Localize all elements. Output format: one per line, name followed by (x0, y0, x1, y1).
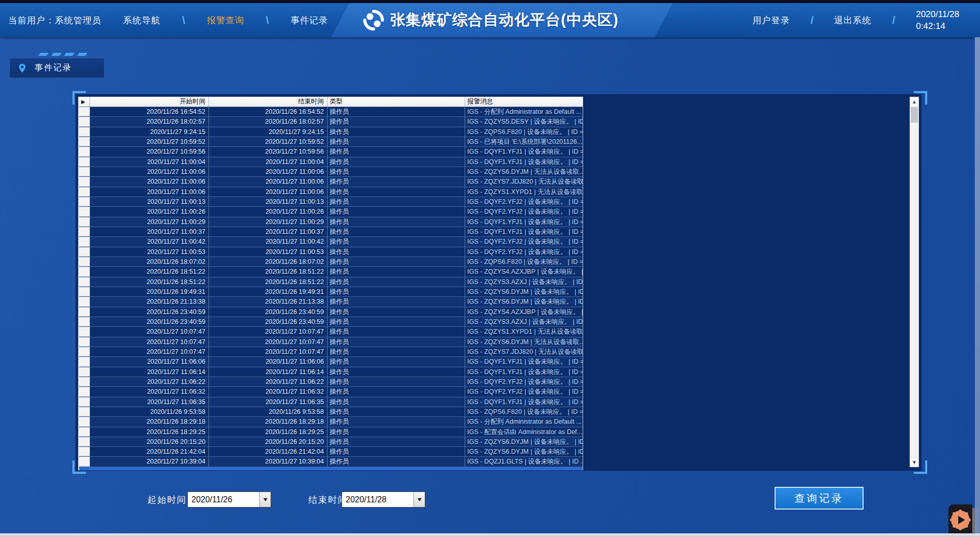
row-selector-cell[interactable] (79, 247, 90, 257)
row-selector-cell[interactable] (79, 377, 90, 386)
scrollbar-up-arrow-icon[interactable]: ▲ (910, 97, 918, 107)
tab-event-record[interactable]: 事件记录 (9, 58, 105, 78)
row-selector-cell[interactable] (79, 187, 90, 197)
table-row[interactable]: 2020/11/26 23:40:59 2020/11/26 23:40:59 … (79, 307, 583, 317)
row-selector-cell[interactable] (79, 197, 90, 206)
table-row[interactable]: 2020/11/27 10:39:04 2020/11/27 10:39:04 … (79, 457, 583, 467)
row-selector-cell[interactable] (79, 127, 90, 137)
table-row[interactable]: 2020/11/26 18:51:22 2020/11/26 18:51:22 … (79, 277, 583, 287)
row-selector-cell[interactable] (79, 117, 90, 126)
table-row[interactable]: 2020/11/27 11:00:42 2020/11/27 11:00:42 … (79, 237, 583, 247)
screen-recorder-widget[interactable] (948, 504, 972, 537)
row-selector-cell[interactable] (79, 257, 90, 266)
row-selector-cell[interactable] (79, 297, 90, 306)
table-row[interactable]: 2020/11/26 18:51:22 2020/11/26 18:51:22 … (79, 267, 583, 277)
row-selector-cell[interactable] (79, 157, 90, 167)
table-row[interactable]: 2020/11/27 11:00:13 2020/11/27 11:00:13 … (79, 197, 583, 207)
table-row[interactable]: 2020/11/26 21:13:38 2020/11/26 21:13:38 … (79, 297, 583, 307)
table-vertical-scrollbar[interactable]: ▲ ▼ (910, 97, 919, 467)
table-row[interactable]: 2020/11/27 9:24:15 2020/11/27 9:24:15 操作… (79, 127, 583, 137)
row-selector-cell[interactable] (79, 227, 90, 236)
row-selector-cell[interactable] (79, 277, 90, 287)
nav-item-user-login[interactable]: 用户登录 (752, 14, 790, 26)
table-row[interactable]: 2020/11/27 11:00:04 2020/11/27 11:00:04 … (79, 157, 583, 167)
table-row[interactable]: 2020/11/27 11:00:53 2020/11/27 11:00:53 … (79, 247, 583, 257)
row-selector-cell[interactable] (79, 417, 90, 426)
scrollbar-thumb[interactable] (911, 107, 918, 123)
row-selector-cell[interactable] (79, 107, 90, 116)
cell-type: 操作员 (328, 417, 465, 426)
row-selector-cell[interactable] (79, 447, 90, 456)
table-row[interactable]: 2020/11/27 11:00:37 2020/11/27 11:00:37 … (79, 227, 583, 237)
column-header-alarm-message[interactable]: 报警消息 (465, 97, 583, 107)
table-row[interactable]: 2020/11/26 18:29:18 2020/11/26 18:29:18 … (79, 417, 583, 427)
row-selector-cell[interactable] (79, 407, 90, 416)
row-selector-cell[interactable] (79, 357, 90, 366)
cell-alarm-message: IGS - DQYF1.YFJ1 | 设备未响应。 | ID =... (465, 157, 583, 167)
table-row[interactable]: 2020/11/26 18:02:57 2020/11/26 18:02:57 … (79, 117, 583, 127)
row-selector-cell[interactable] (79, 237, 90, 246)
column-header-start-time[interactable]: 开始时间 (90, 97, 209, 107)
row-selector-cell[interactable] (79, 177, 90, 186)
table-row[interactable]: 2020/11/26 9:53:58 2020/11/26 9:53:58 操作… (79, 407, 583, 417)
row-selector-cell[interactable] (79, 287, 90, 296)
column-header-end-time[interactable]: 结束时间 (209, 97, 328, 107)
start-date-value: 2020/11/26 (188, 492, 259, 507)
table-row[interactable]: 2020/11/27 11:06:06 2020/11/27 11:06:06 … (79, 357, 583, 367)
table-row[interactable]: 2020/11/27 11:00:26 2020/11/27 11:00:26 … (79, 207, 583, 217)
table-row[interactable]: 2020/11/27 10:07:47 2020/11/27 10:07:47 … (79, 337, 583, 347)
row-selector-cell[interactable] (79, 337, 90, 347)
table-row[interactable]: 2020/11/27 10:59:52 2020/11/27 10:59:52 … (79, 137, 583, 147)
nav-item-event-record[interactable]: 事件记录 (291, 14, 328, 26)
table-row[interactable]: 2020/11/27 11:00:06 2020/11/27 11:00:06 … (79, 167, 583, 177)
cell-type: 操作员 (328, 327, 465, 336)
table-row[interactable]: 2020/11/27 11:00:06 2020/11/27 11:00:06 … (79, 177, 583, 187)
cell-start-time: 2020/11/27 11:06:06 (90, 357, 209, 366)
row-selector-cell[interactable] (79, 367, 90, 377)
row-selector-cell[interactable] (79, 397, 90, 407)
table-row[interactable]: 2020/11/26 21:42:04 2020/11/26 21:42:04 … (79, 447, 583, 457)
dropdown-arrow-icon[interactable] (259, 492, 271, 507)
column-header-type[interactable]: 类型 (328, 97, 465, 107)
cell-alarm-message: IGS - ZQZYS3.AZXJ | 设备未响应。 | ID ... (465, 317, 583, 326)
row-selector-cell[interactable] (79, 427, 90, 437)
cell-type: 操作员 (328, 427, 465, 437)
row-selector-cell[interactable] (79, 457, 90, 466)
row-selector-cell[interactable] (79, 317, 90, 326)
row-selector-cell[interactable] (79, 327, 90, 336)
row-selector-cell[interactable] (79, 217, 90, 227)
row-selector-cell[interactable] (79, 147, 90, 156)
dropdown-arrow-icon[interactable] (413, 492, 425, 507)
table-row[interactable]: 2020/11/27 10:07:47 2020/11/27 10:07:47 … (79, 327, 583, 337)
row-selector-cell[interactable] (79, 347, 90, 356)
table-row[interactable]: 2020/11/26 18:07:02 2020/11/26 18:07:02 … (79, 257, 583, 267)
table-row[interactable]: 2020/11/27 11:06:22 2020/11/27 11:06:22 … (79, 377, 583, 387)
start-date-select[interactable]: 2020/11/26 (187, 491, 271, 508)
row-selector-cell[interactable] (79, 307, 90, 317)
table-row[interactable]: 2020/11/26 18:29:25 2020/11/26 18:29:25 … (79, 427, 583, 437)
table-row[interactable]: 2020/11/27 11:00:06 2020/11/27 11:00:06 … (79, 187, 583, 197)
row-selector-cell[interactable] (79, 437, 90, 446)
table-row[interactable]: 2020/11/27 11:06:32 2020/11/27 11:06:32 … (79, 387, 583, 397)
table-row[interactable]: 2020/11/27 11:06:14 2020/11/27 11:06:14 … (79, 367, 583, 377)
row-selector-cell[interactable] (79, 137, 90, 146)
end-date-select[interactable]: 2020/11/28 (341, 491, 425, 508)
table-row[interactable]: 2020/11/26 19:49:31 2020/11/26 19:49:31 … (79, 287, 583, 297)
scrollbar-down-arrow-icon[interactable]: ▼ (910, 457, 918, 467)
row-selector-cell[interactable] (79, 387, 90, 396)
table-row[interactable]: 2020/11/26 16:54:52 2020/11/26 16:54:52 … (79, 107, 583, 117)
row-selector-cell[interactable] (79, 267, 90, 276)
table-row[interactable]: 2020/11/26 20:15:20 2020/11/26 20:15:20 … (79, 437, 583, 447)
table-row[interactable]: 2020/11/27 11:00:29 2020/11/27 11:00:29 … (79, 217, 583, 227)
nav-item-exit-system[interactable]: 退出系统 (834, 14, 871, 26)
cell-end-time: 2020/11/26 18:51:22 (209, 267, 328, 276)
table-row[interactable]: 2020/11/26 23:40:59 2020/11/26 23:40:59 … (79, 317, 583, 327)
row-selector-cell[interactable] (79, 207, 90, 216)
nav-item-system-navigation[interactable]: 系统导航 (123, 14, 160, 26)
nav-item-alarm-query[interactable]: 报警查询 (207, 14, 244, 26)
query-records-button[interactable]: 查询记录 (775, 487, 864, 510)
row-selector-cell[interactable] (79, 167, 90, 176)
table-row[interactable]: 2020/11/27 10:59:56 2020/11/27 10:59:56 … (79, 147, 583, 157)
table-row[interactable]: 2020/11/27 11:06:35 2020/11/27 11:06:35 … (79, 397, 583, 407)
table-row[interactable]: 2020/11/27 10:07:47 2020/11/27 10:07:47 … (79, 347, 583, 357)
